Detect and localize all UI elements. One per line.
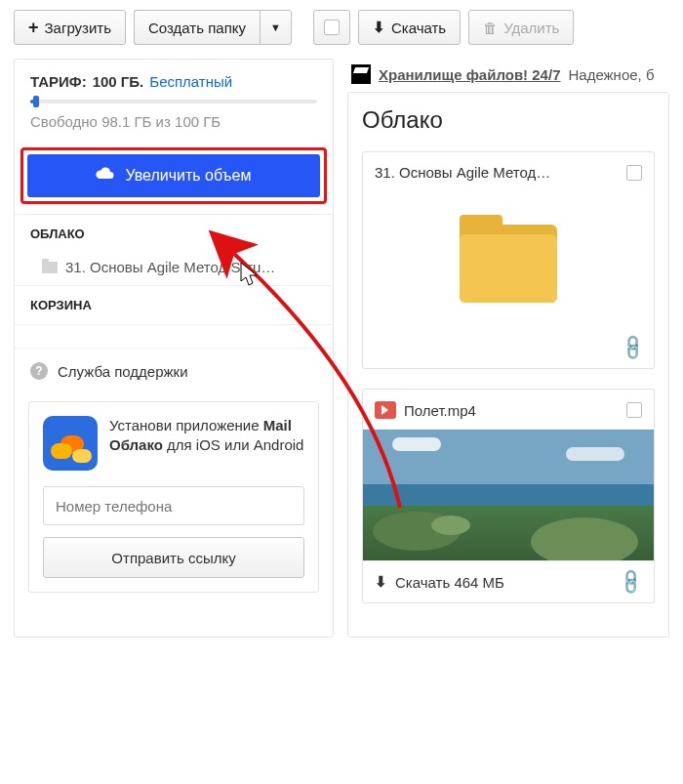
create-folder-dropdown[interactable]: ▼ [260,10,292,45]
mobile-app-promo: Установи приложение Mail Облако для iOS … [28,401,319,593]
trash-section-header[interactable]: КОРЗИНА [15,285,333,324]
help-icon: ? [30,362,48,380]
folder-icon [42,262,58,273]
banner-icon [351,64,371,84]
increase-storage-label: Увеличить объем [125,167,251,185]
shared-link-icon[interactable]: 🔗 [616,566,646,597]
cloud-icon [96,167,115,185]
video-card[interactable]: Полет.mp4 ⬇ Скачать 464 МБ 🔗 [362,389,655,603]
trash-icon: 🗑 [483,20,498,36]
folder-preview [363,190,654,337]
sidebar-folder-label: 31. Основы Agile Метод Scru… [65,259,275,275]
delete-button[interactable]: 🗑 Удалить [468,10,574,45]
app-icon [43,416,98,471]
tariff-value: 100 ГБ. [93,73,144,90]
video-thumbnail [363,429,654,561]
tariff-block: ТАРИФ: 100 ГБ. Бесплатный Свободно 98.1 … [15,60,333,138]
sidebar-folder-item[interactable]: 31. Основы Agile Метод Scru… [15,253,333,285]
main-content: Хранилище файлов! 24/7 Надежное, б Облак… [347,59,669,638]
cloud-section-header: ОБЛАКО [15,214,333,253]
increase-storage-button[interactable]: Увеличить объем [27,154,320,197]
sidebar: ТАРИФ: 100 ГБ. Бесплатный Свободно 98.1 … [14,59,334,638]
upgrade-highlight: Увеличить объем [20,147,327,204]
create-folder-split: Создать папку ▼ [134,10,292,45]
download-button[interactable]: ⬇ Скачать [358,10,461,45]
folder-large-icon [460,225,557,303]
upload-button[interactable]: + Загрузить [14,10,126,45]
select-all-checkbox-button[interactable] [313,10,350,45]
page-title: Облако [362,106,655,134]
shared-link-icon[interactable]: 🔗 [618,332,648,362]
tariff-label: ТАРИФ: [30,73,87,90]
download-icon: ⬇ [373,19,385,36]
create-folder-button[interactable]: Создать папку [134,10,260,45]
caret-down-icon: ▼ [270,21,281,33]
support-label: Служба поддержки [58,363,188,380]
banner-tail: Надежное, б [568,66,654,83]
create-folder-label: Создать папку [148,20,246,36]
banner-link[interactable]: Хранилище файлов! 24/7 [379,66,560,83]
video-icon [375,401,396,419]
folder-card[interactable]: 31. Основы Agile Метод… 🔗 [362,151,655,369]
download-icon: ⬇ [375,573,387,591]
phone-input[interactable] [43,486,304,525]
video-card-checkbox[interactable] [626,402,642,418]
send-link-button[interactable]: Отправить ссылку [43,537,304,578]
tariff-plan-link[interactable]: Бесплатный [149,73,232,90]
ad-banner[interactable]: Хранилище файлов! 24/7 Надежное, б [347,59,669,92]
folder-card-name: 31. Основы Agile Метод… [375,164,619,181]
video-card-name: Полет.mp4 [404,402,619,419]
upload-label: Загрузить [45,20,112,36]
support-link[interactable]: ? Служба поддержки [15,348,333,393]
storage-progress-knob [33,96,39,107]
checkbox-icon [324,20,340,35]
storage-progress [30,100,317,103]
video-download-label[interactable]: Скачать 464 МБ [395,574,504,591]
folder-card-checkbox[interactable] [626,165,642,181]
download-label: Скачать [391,20,446,36]
storage-free-text: Свободно 98.1 ГБ из 100 ГБ [30,113,317,130]
delete-label: Удалить [503,20,559,36]
promo-text: Установи приложение Mail Облако для iOS … [109,416,304,471]
